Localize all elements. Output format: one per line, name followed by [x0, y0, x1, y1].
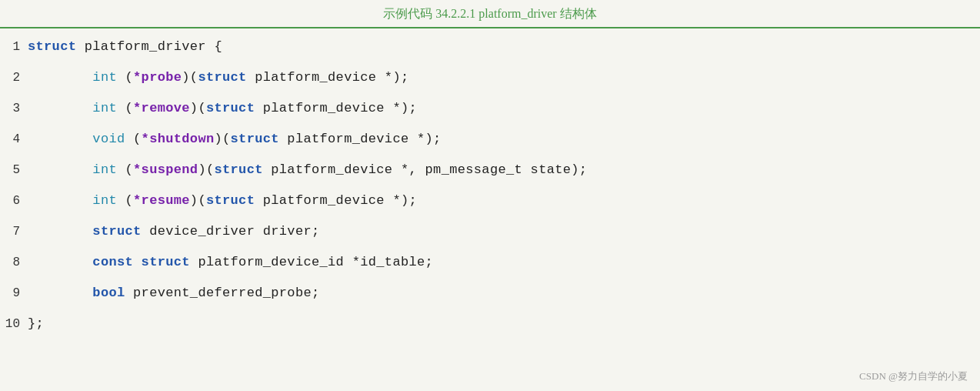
code-segment: platform_device *);: [247, 70, 409, 85]
code-segment: *resume: [133, 193, 190, 208]
code-segment: platform_device *, pm_message_t state);: [263, 162, 588, 177]
line-number: 4: [0, 124, 28, 155]
code-segment: struct: [198, 70, 246, 85]
code-segment: void: [92, 132, 125, 146]
code-segment: bool: [92, 286, 125, 300]
code-segment: platform_device *);: [279, 132, 442, 146]
code-segment: struct: [206, 193, 255, 208]
code-line: 10};: [0, 309, 980, 339]
line-number: 10: [0, 309, 28, 339]
code-content: struct platform_driver {: [28, 32, 222, 62]
code-content: int (*remove)(struct platform_device *);: [28, 93, 417, 124]
line-number: 6: [0, 185, 28, 216]
code-content: bool prevent_deferred_probe;: [28, 278, 320, 309]
code-segment: [28, 255, 92, 269]
code-line: 6 int (*resume)(struct platform_device *…: [0, 185, 980, 216]
code-line: 4 void (*shutdown)(struct platform_devic…: [0, 124, 980, 155]
code-segment: struct: [206, 101, 255, 115]
watermark: CSDN @努力自学的小夏: [859, 369, 968, 383]
code-segment: platform_device *);: [255, 193, 417, 208]
code-segment: prevent_deferred_probe;: [125, 286, 320, 300]
code-segment: platform_device *);: [255, 101, 417, 115]
code-line: 2 int (*probe)(struct platform_device *)…: [0, 62, 980, 93]
code-segment: };: [28, 316, 44, 331]
line-number: 9: [0, 278, 28, 309]
code-segment: [133, 255, 142, 269]
code-segment: int: [92, 70, 117, 85]
code-segment: int: [92, 193, 117, 208]
code-segment: (: [117, 162, 133, 177]
code-content: void (*shutdown)(struct platform_device …: [28, 124, 442, 155]
code-segment: )(: [190, 101, 206, 115]
code-segment: *remove: [133, 101, 190, 115]
code-segment: struct: [231, 132, 279, 146]
code-segment: int: [92, 162, 117, 177]
code-line: 3 int (*remove)(struct platform_device *…: [0, 93, 980, 124]
code-segment: [28, 101, 92, 115]
code-segment: int: [92, 101, 117, 115]
code-segment: struct: [28, 39, 76, 54]
code-segment: platform_driver {: [76, 39, 222, 54]
code-segment: platform_device_id *id_table;: [190, 255, 433, 269]
line-number: 1: [0, 32, 28, 62]
code-segment: )(: [214, 132, 230, 146]
code-segment: *suspend: [133, 162, 198, 177]
code-segment: [28, 132, 92, 146]
code-segment: (: [117, 193, 133, 208]
code-segment: [28, 224, 92, 239]
code-line: 9 bool prevent_deferred_probe;: [0, 278, 980, 309]
code-line: 8 const struct platform_device_id *id_ta…: [0, 247, 980, 278]
code-segment: *probe: [133, 70, 182, 85]
code-segment: struct: [92, 224, 141, 239]
code-segment: [28, 286, 92, 300]
code-segment: [28, 162, 92, 177]
code-segment: [28, 193, 92, 208]
code-segment: struct: [215, 162, 263, 177]
code-segment: (: [125, 132, 142, 146]
line-number: 8: [0, 247, 28, 278]
code-segment: (: [117, 70, 133, 85]
code-content: struct device_driver driver;: [28, 216, 320, 247]
code-line: 1struct platform_driver {: [0, 32, 980, 62]
code-line: 7 struct device_driver driver;: [0, 216, 980, 247]
main-container: 示例代码 34.2.2.1 platform_driver 结构体 1struc…: [0, 0, 980, 391]
code-segment: [28, 70, 92, 85]
code-content: };: [28, 309, 44, 339]
code-segment: )(: [182, 70, 198, 85]
code-area: 1struct platform_driver {2 int (*probe)(…: [0, 28, 980, 343]
line-number: 2: [0, 62, 28, 93]
line-number: 7: [0, 216, 28, 247]
code-segment: )(: [198, 162, 214, 177]
code-content: int (*suspend)(struct platform_device *,…: [28, 155, 587, 185]
line-number: 3: [0, 93, 28, 124]
code-content: const struct platform_device_id *id_tabl…: [28, 247, 433, 278]
line-number: 5: [0, 155, 28, 185]
code-segment: )(: [190, 193, 206, 208]
code-content: int (*probe)(struct platform_device *);: [28, 62, 409, 93]
code-segment: (: [117, 101, 133, 115]
code-segment: const: [92, 255, 133, 269]
code-title: 示例代码 34.2.2.1 platform_driver 结构体: [383, 7, 596, 20]
code-segment: struct: [142, 255, 190, 269]
code-line: 5 int (*suspend)(struct platform_device …: [0, 155, 980, 185]
code-segment: device_driver driver;: [142, 224, 320, 239]
code-segment: *shutdown: [142, 132, 215, 146]
code-content: int (*resume)(struct platform_device *);: [28, 185, 417, 216]
title-bar: 示例代码 34.2.2.1 platform_driver 结构体: [0, 0, 980, 28]
